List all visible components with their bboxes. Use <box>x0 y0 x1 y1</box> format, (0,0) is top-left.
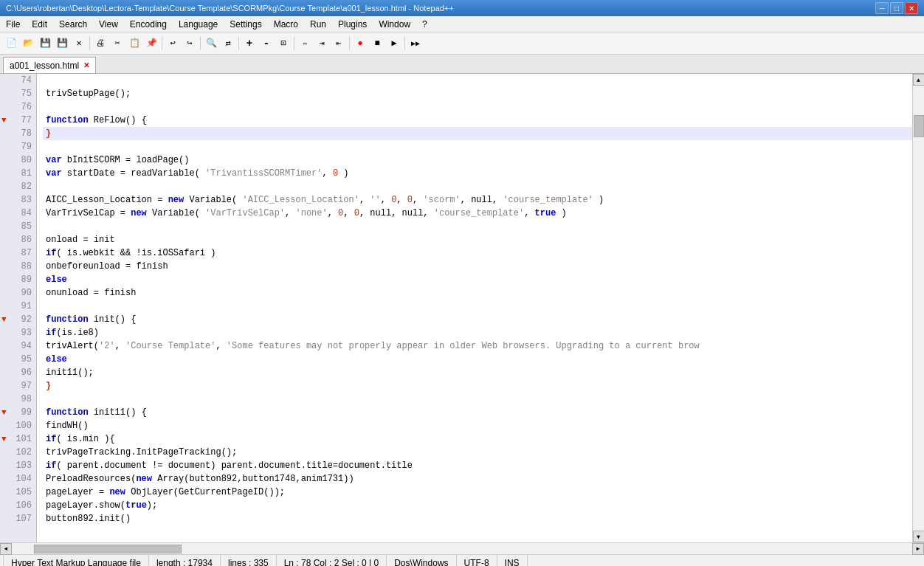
menu-macro[interactable]: Macro <box>268 16 304 32</box>
menu-encoding[interactable]: Encoding <box>124 16 173 32</box>
code-line[interactable]: var bInitSCORM = loadPage() <box>43 153 912 167</box>
close-button[interactable]: ✕ <box>905 2 918 14</box>
tb-close[interactable]: ✕ <box>71 35 87 52</box>
code-line[interactable]: function init() { <box>43 313 912 326</box>
token: function <box>46 314 89 325</box>
fold-icon[interactable]: ▼ <box>1 432 7 446</box>
code-line[interactable] <box>43 140 912 153</box>
tb-wrap[interactable]: ⇔ <box>297 35 313 52</box>
fold-icon[interactable]: ▼ <box>1 114 7 127</box>
tb-macro-stop[interactable]: ■ <box>369 35 385 52</box>
code-line[interactable]: if( is.min ){ <box>43 432 912 446</box>
tb-replace[interactable]: ⇄ <box>220 35 236 52</box>
fold-icon[interactable]: ▼ <box>1 313 7 326</box>
tb-copy[interactable]: 📋 <box>126 35 142 52</box>
menu-plugins[interactable]: Plugins <box>332 16 373 32</box>
scroll-track[interactable] <box>914 86 924 531</box>
window-controls[interactable]: ─ □ ✕ <box>875 2 918 14</box>
code-line[interactable]: init11(); <box>43 366 912 379</box>
code-line[interactable] <box>43 393 912 406</box>
hscroll-thumb[interactable] <box>34 545 182 553</box>
code-line[interactable]: trivSetupPage(); <box>43 87 912 100</box>
code-line[interactable] <box>43 220 912 233</box>
fold-icon[interactable]: ▼ <box>1 406 7 419</box>
tb-paste[interactable]: 📌 <box>143 35 159 52</box>
tb-zoom-out[interactable]: - <box>258 35 275 52</box>
menu-settings[interactable]: Settings <box>224 16 267 32</box>
tb-redo[interactable]: ↪ <box>182 35 198 52</box>
code-line[interactable]: if( is.webkit && !is.iOSSafari ) <box>43 246 912 260</box>
menu-search[interactable]: Search <box>53 16 93 32</box>
tb-find[interactable]: 🔍 <box>203 35 219 52</box>
token: 0 <box>407 195 413 205</box>
horizontal-scrollbar[interactable]: ◄ ► <box>0 542 924 554</box>
tb-macro-rec[interactable]: ● <box>352 35 368 52</box>
token: onload = init <box>46 235 115 245</box>
tb-restore-zoom[interactable]: ⊡ <box>275 35 292 52</box>
tb-save-all[interactable]: 💾 <box>54 35 70 52</box>
tb-zoom-in[interactable]: + <box>241 35 258 52</box>
tb-macro-play[interactable]: ▶ <box>386 35 402 52</box>
menu-language[interactable]: Language <box>173 16 224 32</box>
tb-run[interactable]: ▶▶ <box>407 35 424 52</box>
maximize-button[interactable]: □ <box>890 2 903 14</box>
tb-undo[interactable]: ↩ <box>165 35 181 52</box>
tb-cut[interactable]: ✂ <box>109 35 125 52</box>
tb-print[interactable]: 🖨 <box>92 35 108 52</box>
code-line[interactable]: AICC_Lesson_Location = new Variable( 'AI… <box>43 193 912 207</box>
code-line[interactable]: onbeforeunload = finish <box>43 260 912 273</box>
menu-run[interactable]: Run <box>304 16 332 32</box>
code-line[interactable]: else <box>43 273 912 286</box>
code-line[interactable]: function init11() { <box>43 406 912 419</box>
token: } <box>46 128 51 139</box>
scroll-up-arrow[interactable]: ▲ <box>913 74 925 86</box>
hscroll-right-arrow[interactable]: ► <box>912 543 924 555</box>
menu-bar: File Edit Search View Encoding Language … <box>0 16 924 32</box>
tb-indent[interactable]: ⇥ <box>314 35 330 52</box>
menu-window[interactable]: Window <box>373 16 416 32</box>
menu-file[interactable]: File <box>0 16 26 32</box>
tab-close-button[interactable]: ✕ <box>83 61 89 69</box>
token: , <box>115 341 125 351</box>
code-line[interactable]: PreloadResources(new Array(button892,but… <box>43 472 912 486</box>
tb-outdent[interactable]: ⇤ <box>331 35 347 52</box>
code-line[interactable]: pageLayer = new ObjLayer(GetCurrentPageI… <box>43 486 912 499</box>
hscroll-left-arrow[interactable]: ◄ <box>0 543 12 555</box>
code-line[interactable]: trivPageTracking.InitPageTracking(); <box>43 446 912 459</box>
menu-help[interactable]: ? <box>416 16 433 32</box>
code-area[interactable]: trivSetupPage(); function ReFlow() {} va… <box>37 74 912 542</box>
code-line[interactable]: VarTrivSelCap = new Variable( 'VarTrivSe… <box>43 207 912 220</box>
menu-edit[interactable]: Edit <box>26 16 53 32</box>
hscroll-track[interactable] <box>12 544 912 554</box>
token: , null, <box>461 195 503 205</box>
vertical-scrollbar[interactable]: ▲ ▼ <box>912 74 924 542</box>
code-line[interactable]: var startDate = readVariable( 'Trivantis… <box>43 167 912 180</box>
code-line[interactable]: } <box>43 127 912 140</box>
code-line[interactable]: } <box>43 379 912 393</box>
code-line[interactable]: else <box>43 353 912 366</box>
tb-new[interactable]: 📄 <box>3 35 19 52</box>
code-line[interactable] <box>43 74 912 87</box>
tb-save[interactable]: 💾 <box>37 35 53 52</box>
code-line[interactable]: onunload = finish <box>43 286 912 300</box>
code-line[interactable]: function ReFlow() { <box>43 114 912 127</box>
code-line[interactable] <box>43 300 912 313</box>
tb-open[interactable]: 📂 <box>20 35 36 52</box>
scroll-down-arrow[interactable]: ▼ <box>913 531 925 542</box>
code-line[interactable]: findWH() <box>43 419 912 432</box>
tab-bar: a001_lesson.html ✕ <box>0 55 924 74</box>
menu-view[interactable]: View <box>93 16 124 32</box>
tab-file[interactable]: a001_lesson.html ✕ <box>3 57 96 73</box>
editor-wrapper[interactable]: trivSetupPage(); function ReFlow() {} va… <box>37 74 924 542</box>
minimize-button[interactable]: ─ <box>875 2 889 14</box>
code-line[interactable]: if(is.ie8) <box>43 326 912 339</box>
code-line[interactable]: button892.init() <box>43 512 912 525</box>
code-line[interactable]: if( parent.document != document) parent.… <box>43 459 912 472</box>
code-line[interactable]: trivAlert('2', 'Course Template', 'Some … <box>43 339 912 353</box>
code-line[interactable]: pageLayer.show(true); <box>43 499 912 512</box>
code-line[interactable]: onload = init <box>43 233 912 246</box>
scroll-thumb[interactable] <box>914 115 924 137</box>
code-line[interactable] <box>43 180 912 193</box>
code-line[interactable] <box>43 100 912 114</box>
toolbar: 📄 📂 💾 💾 ✕ 🖨 ✂ 📋 📌 ↩ ↪ 🔍 ⇄ + - ⊡ ⇔ ⇥ ⇤ ● … <box>0 32 924 55</box>
